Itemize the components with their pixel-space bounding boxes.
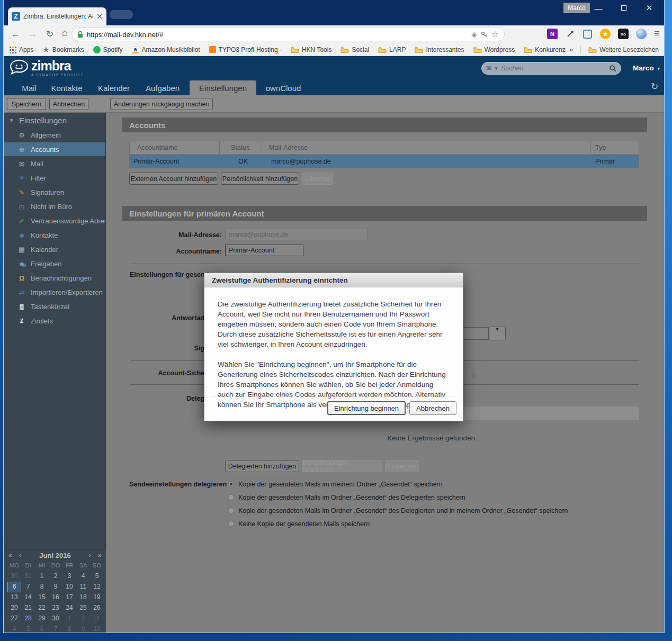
minimize-button[interactable]: — <box>588 0 609 16</box>
sidebar-item-mail[interactable]: ✉Mail <box>4 157 105 170</box>
delete-account-button[interactable]: Löschen <box>302 173 333 185</box>
search-input[interactable] <box>501 65 607 72</box>
radio-option[interactable]: Kopie der gesendeten Mails im Ordner „Ge… <box>228 504 568 517</box>
calendar-day[interactable]: 26 <box>90 603 104 613</box>
radio-icon[interactable] <box>228 508 234 513</box>
globe-extension-icon[interactable] <box>636 29 647 39</box>
bookmarks-overflow-chevron[interactable]: » <box>569 46 573 53</box>
sidebar-item-accounts[interactable]: ⊕Accounts <box>4 142 105 156</box>
tab-aufgaben[interactable]: Aufgaben <box>140 80 185 95</box>
bookmark-spotify[interactable]: Spotify <box>93 46 123 53</box>
sidebar-item-importieren-exportieren[interactable]: ⇄Importieren/Exportieren <box>4 285 105 299</box>
bookmark-folder-wordpress[interactable]: Wordpress <box>473 46 515 53</box>
calendar-day[interactable]: 30 <box>49 613 62 624</box>
remove-delegate-button[interactable]: Entfernen <box>385 460 419 472</box>
bookmark-amazon[interactable]: aAmazon Musikbibliot <box>132 46 200 53</box>
calendar-day[interactable]: 7 <box>49 624 62 633</box>
translate-icon[interactable]: ◈ <box>471 31 477 38</box>
tab-kalender[interactable]: Kalender <box>93 80 135 95</box>
dropdown-chevron-button[interactable]: ▼ <box>489 327 506 340</box>
screenshot-extension-icon[interactable] <box>583 30 592 39</box>
bookmark-typo3[interactable]: TYPO3 Profi-Hosting - <box>209 46 282 53</box>
calendar-day[interactable]: 18 <box>76 592 90 603</box>
cancel-button[interactable]: Abbrechen <box>49 98 88 110</box>
calendar-day[interactable]: 14 <box>21 592 35 603</box>
browser-tab[interactable]: Z Zimbra: Einstellungen: Acc ✕ <box>8 7 106 25</box>
two-factor-link-fragment[interactable]: g... <box>471 370 481 378</box>
add-delegate-button[interactable]: Delegierten hinzufügen <box>225 460 299 472</box>
sidebar-item-nicht-im-buero[interactable]: ◷Nicht im Büro <box>4 200 105 213</box>
calendar-day[interactable]: 22 <box>35 603 49 613</box>
calendar-day[interactable]: 8 <box>62 624 76 633</box>
star-extension-icon[interactable]: ★ <box>600 29 611 39</box>
calendar-day[interactable]: 20 <box>7 603 21 613</box>
calendar-day[interactable]: 10 <box>90 624 104 633</box>
new-tab-button[interactable] <box>110 10 133 19</box>
back-icon[interactable]: ← <box>11 29 20 40</box>
calendar-day[interactable]: 21 <box>21 603 35 613</box>
eyedropper-extension-icon[interactable] <box>565 29 576 39</box>
bookmark-star-icon[interactable]: ☆ <box>491 30 499 39</box>
sidebar-item-benachrichtigungen[interactable]: ƱBenachrichtigungen <box>4 271 105 285</box>
radio-icon[interactable] <box>228 481 234 487</box>
calendar-day[interactable]: 10 <box>62 582 76 592</box>
edit-permissions-button[interactable]: Berechtigungen bearbeiten <box>302 460 382 472</box>
sidebar-item-signaturen[interactable]: ✎Signaturen <box>4 185 105 199</box>
add-external-account-button[interactable]: Externen Account hinzufügen <box>129 173 218 185</box>
calendar-day[interactable]: 1 <box>62 613 76 624</box>
calendar-next-month-icon[interactable]: › <box>89 552 91 558</box>
reload-icon[interactable]: ↻ <box>46 29 53 40</box>
bookmark-folder-social[interactable]: Social <box>341 46 369 53</box>
calendar-day[interactable]: 30 <box>7 571 21 582</box>
maximize-button[interactable] <box>613 0 634 16</box>
bookmark-manager[interactable]: ★Bookmarks <box>42 46 84 53</box>
calendar-day[interactable]: 3 <box>62 571 76 582</box>
sidebar-header[interactable]: ▼Einstellungen <box>9 116 67 125</box>
sidebar-item-freigaben[interactable]: ☻Freigaben <box>4 257 105 270</box>
sidebar-item-zimlets[interactable]: ZZimlets <box>4 314 105 328</box>
collapse-triangle-icon[interactable]: ▼ <box>9 118 14 123</box>
calendar-day[interactable]: 4 <box>76 571 90 582</box>
tab-mail[interactable]: Mail <box>13 80 45 95</box>
calendar-next-year-icon[interactable]: » <box>98 552 102 558</box>
radio-option[interactable]: Keine Kopie der gesendeten Mails speiche… <box>228 517 568 530</box>
search-bar[interactable]: ✉ ▼ <box>481 62 621 75</box>
calendar-day[interactable]: 17 <box>62 592 76 603</box>
calendar-day[interactable]: 11 <box>76 582 90 592</box>
key-icon[interactable] <box>481 31 488 38</box>
calendar-day[interactable]: 6 <box>35 624 49 633</box>
calendar-day[interactable]: 7 <box>21 582 35 592</box>
bookmark-folder-larp[interactable]: LARP <box>378 46 406 53</box>
column-mail-adresse[interactable]: Mail-Adresse <box>269 144 308 151</box>
calendar-day[interactable]: 25 <box>76 603 90 613</box>
calendar-day[interactable]: 5 <box>21 624 35 633</box>
account-row-primary[interactable]: Primär-Account OK marco@puphose.de Primä… <box>130 155 639 168</box>
user-menu[interactable]: Marco▼ <box>633 64 661 72</box>
profile-badge[interactable]: Marco <box>563 3 590 13</box>
column-accountname[interactable]: Accountname <box>137 144 177 151</box>
calendar-day[interactable]: 4 <box>7 624 21 633</box>
refresh-icon[interactable]: ↻ <box>651 82 658 91</box>
close-button[interactable]: ✕ <box>639 0 660 16</box>
calendar-day[interactable]: 1 <box>35 571 49 582</box>
scope-chevron-down-icon[interactable]: ▼ <box>494 66 498 71</box>
calendar-day[interactable]: 2 <box>49 571 62 582</box>
bookmark-folder-interessantes[interactable]: Interessantes <box>415 46 464 53</box>
calendar-day[interactable]: 9 <box>76 624 90 633</box>
calendar-day[interactable]: 6 <box>7 582 21 592</box>
undo-changes-button[interactable]: Änderungen rückgängig machen <box>110 98 213 110</box>
bookmark-apps[interactable]: Apps <box>9 46 33 53</box>
calendar-day[interactable]: 9 <box>49 582 62 592</box>
calendar-day[interactable]: 24 <box>62 603 76 613</box>
begin-setup-button[interactable]: Einrichtung beginnen <box>327 401 406 415</box>
calendar-day[interactable]: 28 <box>21 613 35 624</box>
column-status[interactable]: Status <box>231 144 249 151</box>
sidebar-item-vertrauenswuerdige-adressen[interactable]: ✔Vertrauenswürdige Adressen <box>4 214 105 228</box>
calendar-day[interactable]: 3 <box>90 613 104 624</box>
mail-search-scope-icon[interactable]: ✉ <box>486 65 491 71</box>
calendar-day[interactable]: 29 <box>35 613 49 624</box>
search-icon[interactable] <box>610 65 616 72</box>
radio-option[interactable]: Kopie der gesendeten Mails im Ordner „Ge… <box>228 491 568 504</box>
tab-owncloud[interactable]: ownCloud <box>261 80 306 95</box>
calendar-day[interactable]: 19 <box>90 592 104 603</box>
